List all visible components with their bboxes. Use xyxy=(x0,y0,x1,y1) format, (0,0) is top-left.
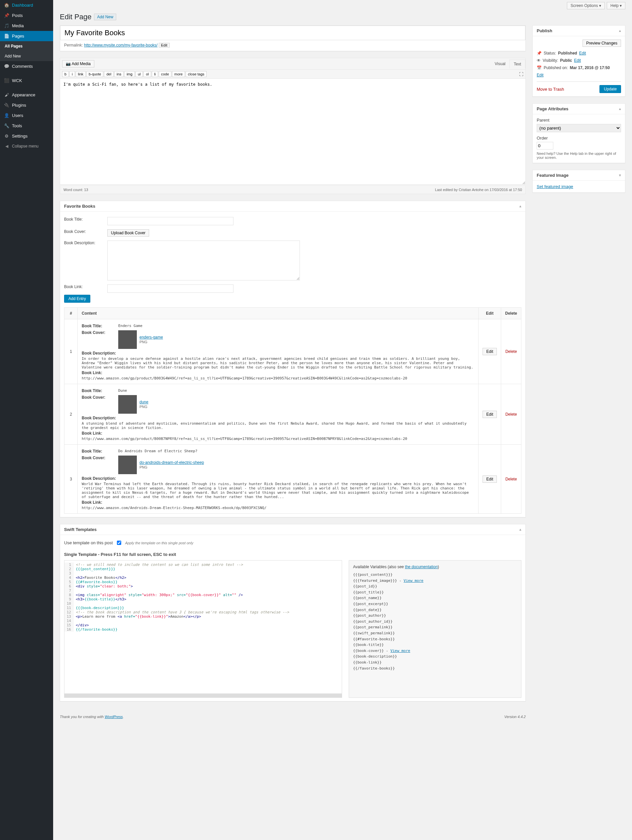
variable-item: {{book-description}} xyxy=(353,654,517,660)
sidebar-item-pages[interactable]: 📄Pages xyxy=(0,31,53,41)
book-thumbnail xyxy=(118,330,137,349)
permalink-url[interactable]: http://www.mysite.com/my-favorite-books/ xyxy=(84,43,158,47)
book-link-label: Book Link: xyxy=(64,284,107,289)
sidebar-item-settings[interactable]: ⚙Settings xyxy=(0,131,53,141)
variable-item: {{post_title}} xyxy=(353,589,517,595)
delete-row-link[interactable]: Delete xyxy=(506,477,517,482)
move-to-trash[interactable]: Move to Trash xyxy=(537,87,564,92)
cover-link[interactable]: dune xyxy=(139,400,148,404)
collapse-menu[interactable]: ◀Collapse menu xyxy=(0,141,53,151)
edit-date[interactable]: Edit xyxy=(537,73,544,77)
tool-icon: 🔧 xyxy=(3,123,10,128)
set-featured-link[interactable]: Set featured image xyxy=(537,184,573,189)
attrs-help: Need help? Use the Help tab in the upper… xyxy=(537,152,621,159)
pin-icon: 📌 xyxy=(3,13,10,18)
edit-visibility[interactable]: Edit xyxy=(574,58,581,63)
variable-item: {{#favorite-books}} xyxy=(353,636,517,642)
variable-item: {{post_id}} xyxy=(353,583,517,589)
sidebar-sub-all-pages[interactable]: All Pages xyxy=(0,41,53,51)
qt-li[interactable]: li xyxy=(152,71,158,77)
sidebar-item-plugins[interactable]: 🔌Plugins xyxy=(0,100,53,110)
edit-row-button[interactable]: Edit xyxy=(482,411,497,418)
book-title-input[interactable] xyxy=(107,217,233,225)
content-editor[interactable]: I'm quite a Sci-Fi fan, so here's a list… xyxy=(60,78,526,185)
toggle-icon[interactable]: ▴ xyxy=(619,107,621,111)
sidebar-item-wck[interactable]: ⬛WCK xyxy=(0,76,53,86)
add-new-button[interactable]: Add New xyxy=(94,14,116,20)
sidebar-sub-add-new[interactable]: Add New xyxy=(0,51,53,61)
add-entry-button[interactable]: Add Entry xyxy=(64,295,90,303)
sidebar-item-posts[interactable]: 📌Posts xyxy=(0,10,53,21)
swift-title: Swift Templates xyxy=(64,527,97,532)
permalink-edit-button[interactable]: Edit xyxy=(159,43,170,47)
page-title: Edit Page xyxy=(60,13,91,21)
qt-more[interactable]: more xyxy=(172,71,185,77)
qt-close-tags[interactable]: close tags xyxy=(186,71,207,77)
toggle-icon[interactable]: ▴ xyxy=(619,28,621,33)
edit-row-button[interactable]: Edit xyxy=(482,348,497,355)
edit-status[interactable]: Edit xyxy=(579,51,586,55)
preview-button[interactable]: Preview Changes xyxy=(583,39,621,47)
edit-row-button[interactable]: Edit xyxy=(482,475,497,483)
wck-icon: ⬛ xyxy=(3,78,10,83)
qt-ul[interactable]: ul xyxy=(136,71,143,77)
tab-visual[interactable]: Visual xyxy=(491,60,509,68)
cover-link[interactable]: do-androids-dream-of-electric-sheep xyxy=(139,460,204,465)
screen-options-button[interactable]: Screen Options ▾ xyxy=(567,2,605,9)
toggle-icon[interactable]: ▾ xyxy=(619,173,621,177)
row-content: Book Title:DuneBook Cover:dunePNGBook De… xyxy=(78,384,479,445)
use-template-hint: Apply the template on this single post o… xyxy=(125,541,193,545)
view-more-link[interactable]: View more xyxy=(403,578,424,583)
qt-ol[interactable]: ol xyxy=(143,71,151,77)
fullscreen-icon[interactable]: ⛶ xyxy=(519,72,523,77)
attrs-title: Page Attributes xyxy=(537,106,569,111)
book-desc-label: Book Description: xyxy=(64,241,107,245)
qt-code[interactable]: code xyxy=(159,71,171,77)
sidebar-item-comments[interactable]: 💬Comments xyxy=(0,61,53,71)
row-num: 2 xyxy=(65,384,78,445)
code-editor[interactable]: 1<!-- we still need to include the conte… xyxy=(64,560,342,698)
help-button[interactable]: Help ▾ xyxy=(607,2,626,9)
add-media-button[interactable]: 📷 Add Media xyxy=(62,60,94,68)
dashboard-icon: 🏠 xyxy=(3,3,10,8)
media-icon: 🎵 xyxy=(3,23,10,28)
qt-del[interactable]: del xyxy=(104,71,113,77)
horizontal-scrollbar[interactable] xyxy=(65,693,342,698)
book-title-label: Book Title: xyxy=(64,217,107,222)
book-desc-input[interactable] xyxy=(107,241,300,280)
post-title-input[interactable] xyxy=(60,25,525,40)
version: Version 4.4.2 xyxy=(504,715,526,719)
update-button[interactable]: Update xyxy=(599,85,621,93)
tab-text[interactable]: Text xyxy=(509,60,525,68)
use-template-checkbox[interactable] xyxy=(117,541,121,545)
qt-b-quote[interactable]: b-quote xyxy=(86,71,103,77)
sidebar-item-appearance[interactable]: 🖌Appearance xyxy=(0,90,53,100)
vars-doc-link[interactable]: the documentation xyxy=(405,565,438,569)
delete-row-link[interactable]: Delete xyxy=(506,412,517,417)
wordpress-link[interactable]: WordPress xyxy=(105,715,123,719)
qt-link[interactable]: link xyxy=(76,71,86,77)
last-edited: Last edited by Cristian Antohe on 17/03/… xyxy=(435,188,522,192)
cover-link[interactable]: enders-game xyxy=(139,335,163,339)
collapse-icon: ◀ xyxy=(3,144,10,148)
col-num: # xyxy=(65,308,78,319)
sidebar-item-users[interactable]: 👤Users xyxy=(0,110,53,121)
qt-b[interactable]: b xyxy=(62,71,69,77)
parent-select[interactable]: (no parent) xyxy=(537,124,621,132)
qt-img[interactable]: img xyxy=(124,71,135,77)
view-more-link[interactable]: View more xyxy=(391,649,410,653)
toggle-icon[interactable]: ▴ xyxy=(519,527,522,532)
qt-ins[interactable]: ins xyxy=(114,71,123,77)
sidebar-item-media[interactable]: 🎵Media xyxy=(0,21,53,31)
qt-i[interactable]: i xyxy=(69,71,75,77)
sidebar-item-tools[interactable]: 🔧Tools xyxy=(0,121,53,131)
delete-row-link[interactable]: Delete xyxy=(506,349,517,354)
order-input[interactable] xyxy=(537,142,553,150)
comment-icon: 💬 xyxy=(3,64,10,69)
upload-cover-button[interactable]: Upload Book Cover xyxy=(107,229,149,237)
variable-item: {{post_name}} xyxy=(353,595,517,601)
sidebar-item-dashboard[interactable]: 🏠Dashboard xyxy=(0,0,53,10)
book-link-input[interactable] xyxy=(107,284,233,293)
variable-item: {{book-link}} xyxy=(353,660,517,666)
toggle-icon[interactable]: ▴ xyxy=(519,204,522,208)
